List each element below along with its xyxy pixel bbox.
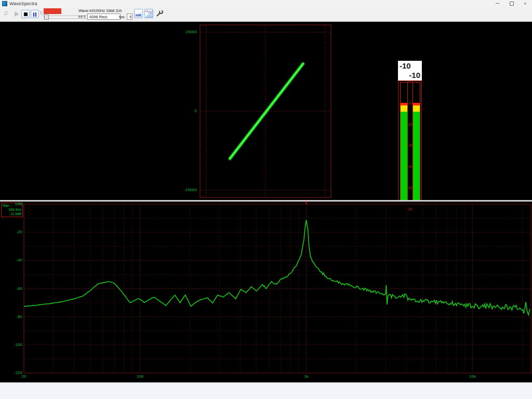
spectrum-y-tick-label: -40 [0,258,22,263]
close-button[interactable]: × [521,2,530,7]
meter-right-db: -10 [409,71,420,79]
meter-readout: -10 -10 [398,61,422,81]
rec-indicator: Rec. Wav [44,8,61,14]
taskbar: 検索 O [0,382,532,399]
wavespectra-window: WaveSpectra × ♫ ↻ Rec. Wav Wave:44100Hz … [0,0,532,399]
settings-button[interactable] [155,9,164,18]
spectrum-y-tick-label: 0dB [0,202,22,207]
display-mode-button[interactable] [144,9,153,18]
spectrum-x-tick-label: 10k [466,374,480,379]
spectrum-x-tick-label: 100 [134,374,147,379]
title-bar: WaveSpectra × [0,0,532,7]
scope-panel: 150000-15000 -10 -10 0dB-10-20-30-40-50-… [0,22,532,200]
display-mode-icon [145,9,153,18]
meter-scale-label: -40 [398,165,421,168]
lissajous-tick-label: 0 [195,109,197,114]
open-file-button[interactable]: ♫ [3,9,8,17]
wave-info-label: Wave: [78,8,89,13]
pause-button[interactable] [31,10,39,18]
spectrum-y-tick-label: -20 [0,230,22,235]
lissajous-tick-label: 15000 [185,30,197,35]
spectrum-y-tick-label: -100 [0,342,22,348]
meter-scale-label: -60 [398,207,421,211]
minimize-button[interactable] [493,2,502,7]
stop-button[interactable] [21,10,30,18]
maximize-button[interactable] [507,2,516,7]
fft-mode-select[interactable]: 4096 Rect. [87,14,121,20]
toolbar: ♫ ↻ Rec. Wav Wave:44100Hz 16bit 2ch FFT:… [0,7,532,22]
level-meter: 0dB-10-20-30-40-50-60 L R [398,81,422,213]
fps-label: fps: [119,15,125,19]
peak-readout-level: -11.6dB [10,212,21,216]
hr-button[interactable]: HR [134,9,143,18]
peak-readout-freq: 999.9Hz [9,208,21,212]
spectrum-x-tick-label: 1k [300,374,313,379]
meter-scale-label: -30 [398,143,421,147]
fft-label: FFT: [78,15,86,19]
window-title: WaveSpectra [9,1,37,6]
spectrum-y-tick-label: -60 [0,286,22,291]
spectrum-panel [0,202,532,382]
wrench-icon [155,9,164,18]
stop-icon [24,12,28,16]
meter-scale-label: -50 [398,186,421,190]
meter-left-db: -10 [400,61,411,70]
slider-thumb[interactable] [44,15,49,20]
spectrum-y-tick-label: -80 [0,314,22,320]
spectrum-x-tick-label: 20 [17,374,31,379]
wave-info-value: 44100Hz 16bit 2ch [89,8,122,13]
pause-icon [33,12,34,17]
play-button[interactable] [15,11,19,17]
lissajous-tick-label: -15000 [184,188,197,193]
meter-scale-label: 0dB [398,80,421,84]
meter-scale-label: -10 [398,101,421,105]
fps-input[interactable]: 9 [127,14,132,20]
app-icon [2,1,7,6]
lissajous-axis-labels: 150000-15000 [175,22,198,200]
hr-icon: HR [136,13,142,18]
meter-scale-label: -20 [398,123,421,126]
